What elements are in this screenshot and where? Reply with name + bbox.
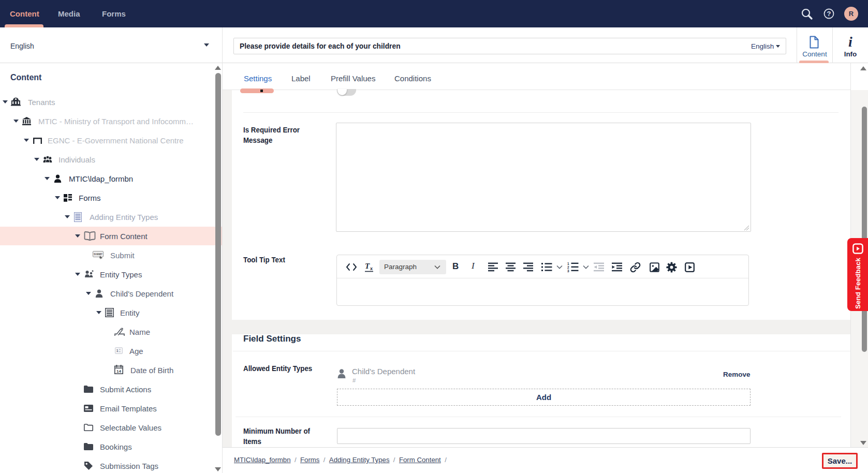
svg-text:1: 1 [567,262,569,265]
svg-text:?: ? [827,10,831,18]
svg-text:1: 1 [116,349,119,352]
svg-text:14: 14 [116,369,121,374]
svg-text:3: 3 [567,269,569,272]
svg-text:2: 2 [567,265,569,269]
svg-text:T: T [365,262,370,270]
svg-text:x: x [370,266,373,271]
svg-text:SUBMIT: SUBMIT [94,253,102,256]
